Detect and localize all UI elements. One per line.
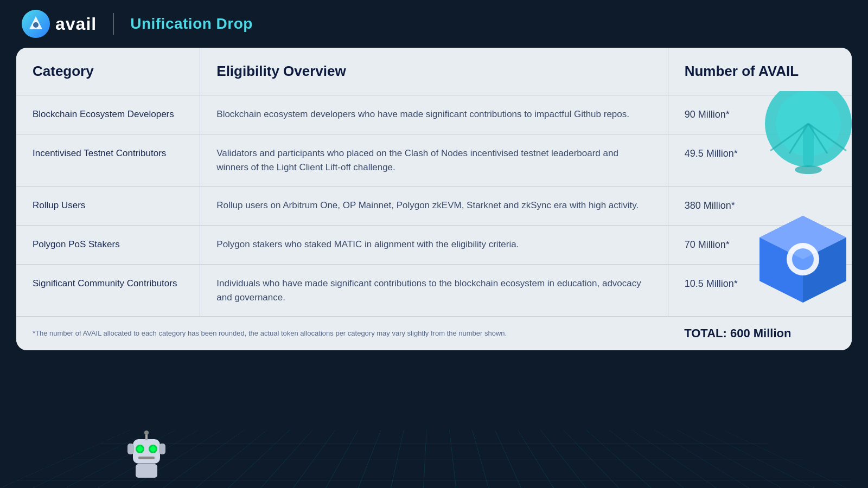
row-2-eligibility: Rollup users on Arbitrum One, OP Mainnet…	[200, 187, 668, 226]
header-divider	[113, 13, 114, 35]
svg-point-0	[33, 22, 39, 28]
svg-point-19	[137, 446, 143, 452]
row-4-eligibility: Individuals who have made significant co…	[200, 265, 668, 317]
row-1-category: Incentivised Testnet Contributors	[16, 134, 200, 187]
table-row: Rollup UsersRollup users on Arbitrum One…	[16, 187, 852, 226]
row-3-category: Polygon PoS Stakers	[16, 226, 200, 265]
logo-text: avail	[55, 14, 97, 34]
table-row: Significant Community ContributorsIndivi…	[16, 265, 852, 317]
row-0-eligibility: Blockchain ecosystem developers who have…	[200, 95, 668, 134]
table-header-row: Category Eligibility Overview Number of …	[16, 48, 852, 95]
logo: avail	[22, 10, 97, 38]
deco-blue-cube	[743, 200, 852, 308]
table-row: Incentivised Testnet ContributorsValidat…	[16, 134, 852, 187]
footer-total-cell: TOTAL: 600 Million	[668, 317, 852, 351]
header: avail Unification Drop	[0, 0, 868, 48]
robot-decoration	[119, 428, 174, 483]
col-header-amount: Number of AVAIL	[668, 48, 852, 95]
col-header-eligibility: Eligibility Overview	[200, 48, 668, 95]
svg-point-4	[795, 165, 822, 174]
header-title: Unification Drop	[130, 15, 253, 33]
svg-point-20	[150, 446, 156, 452]
row-2-category: Rollup Users	[16, 187, 200, 226]
svg-point-23	[144, 431, 149, 435]
row-4-category: Significant Community Contributors	[16, 265, 200, 317]
data-table: Category Eligibility Overview Number of …	[16, 48, 852, 350]
row-1-eligibility: Validators and participants who placed o…	[200, 134, 668, 187]
footer-note-cell: *The number of AVAIL allocated to each c…	[16, 317, 668, 351]
table-row: Blockchain Ecosystem DevelopersBlockchai…	[16, 95, 852, 134]
col-header-category: Category	[16, 48, 200, 95]
table-row: Polygon PoS StakersPolygon stakers who s…	[16, 226, 852, 265]
row-0-category: Blockchain Ecosystem Developers	[16, 95, 200, 134]
svg-rect-25	[127, 444, 134, 454]
table-footer-row: *The number of AVAIL allocated to each c…	[16, 317, 852, 351]
svg-rect-21	[138, 457, 155, 459]
row-3-eligibility: Polygon stakers who staked MATIC in alig…	[200, 226, 668, 265]
logo-icon	[22, 10, 50, 38]
footer-total: TOTAL: 600 Million	[684, 326, 791, 340]
main-card: Category Eligibility Overview Number of …	[16, 48, 852, 350]
footer-note: *The number of AVAIL allocated to each c…	[33, 329, 507, 337]
deco-teal-shape	[760, 91, 846, 178]
svg-rect-24	[136, 464, 157, 478]
svg-rect-26	[159, 444, 165, 454]
